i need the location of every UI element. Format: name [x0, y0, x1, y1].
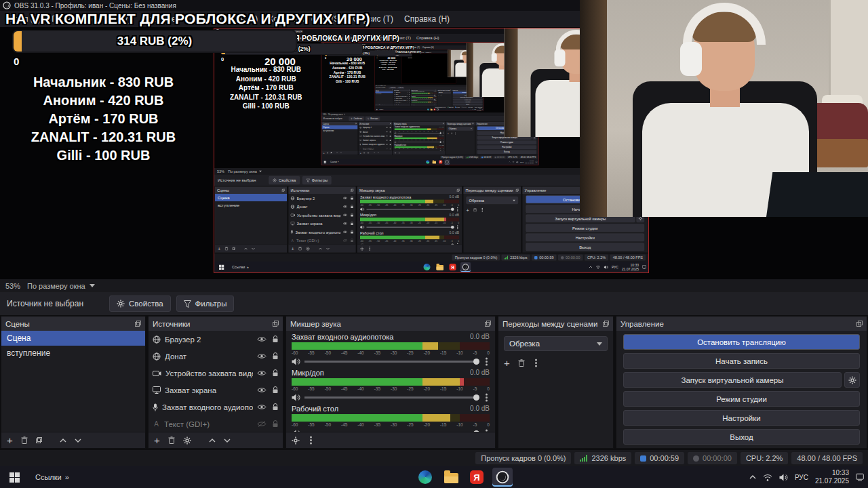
menu-item-tools[interactable]: Сервис (Т) [408, 46, 421, 49]
lock-icon[interactable] [272, 403, 279, 411]
explorer-app-button[interactable] [432, 160, 437, 165]
links-toolbar[interactable]: Ссылки » [380, 109, 384, 110]
popout-icon[interactable] [485, 321, 491, 327]
filters-button[interactable]: Фильтры [397, 87, 404, 89]
move-source-up-button[interactable] [209, 439, 216, 443]
popout-icon[interactable] [355, 123, 357, 124]
speaker-icon[interactable] [360, 207, 365, 211]
eye-off-icon[interactable] [386, 148, 389, 149]
speaker-icon[interactable] [779, 474, 788, 481]
yandex-app-button[interactable]: Я [467, 468, 487, 487]
advanced-audio-icon[interactable] [395, 152, 397, 154]
lock-icon[interactable] [409, 102, 410, 103]
zoom-level[interactable]: 53% [217, 169, 224, 174]
lock-icon[interactable] [409, 94, 410, 95]
add-scene-button[interactable]: + [376, 104, 376, 106]
source-item[interactable]: Устройство захвата видео [289, 211, 356, 220]
menu-item-file[interactable]: Файл (F) [3, 14, 46, 24]
eye-icon[interactable] [407, 98, 408, 99]
lock-icon[interactable] [351, 230, 354, 235]
channel-menu-icon[interactable] [457, 209, 458, 210]
eye-icon[interactable] [407, 92, 408, 93]
settings-button[interactable]: Настройки [526, 234, 645, 242]
move-scene-up-button[interactable] [244, 247, 248, 249]
add-source-button[interactable]: + [360, 152, 361, 155]
remove-scene-button[interactable] [21, 436, 28, 444]
menu-item-scene-collection[interactable]: Коллекция сцен (S) [263, 14, 347, 24]
remove-scene-button[interactable] [378, 104, 378, 105]
obs-app-button[interactable] [492, 468, 513, 487]
channel-menu-icon[interactable] [443, 142, 443, 142]
menu-item-profile[interactable]: Профиль (P) [372, 46, 387, 49]
add-source-button[interactable]: + [154, 435, 160, 445]
lock-icon[interactable] [351, 205, 354, 209]
eye-icon[interactable] [386, 140, 389, 141]
source-properties-button[interactable] [306, 247, 310, 251]
zoom-fit-select[interactable]: По размеру окна [27, 282, 95, 290]
mixer-menu-icon[interactable] [310, 439, 312, 441]
scene-item[interactable]: Сцена [1, 331, 145, 346]
menu-item-view[interactable]: Вид (V) [346, 46, 355, 49]
menu-item-view[interactable]: Вид (V) [263, 36, 283, 41]
remove-source-button[interactable] [396, 104, 397, 105]
action-center-icon[interactable] [482, 109, 484, 110]
properties-button[interactable]: Свойства [269, 176, 300, 184]
move-source-down-button[interactable] [403, 104, 403, 105]
studio-mode-button[interactable]: Режим студии [453, 99, 483, 101]
speaker-icon[interactable] [292, 358, 300, 365]
exit-button[interactable]: Выход [526, 243, 645, 251]
volume-slider[interactable] [304, 361, 479, 363]
transition-select[interactable]: Обрезка [467, 197, 519, 204]
menu-item-docks[interactable]: Док-панели (D) [136, 14, 204, 24]
move-scene-down-button[interactable] [252, 247, 255, 249]
tray-expand-icon[interactable] [589, 266, 592, 268]
remove-scene-button[interactable] [224, 247, 228, 251]
properties-button[interactable]: Свойства [389, 87, 396, 89]
advanced-audio-icon[interactable] [412, 104, 413, 106]
lock-icon[interactable] [272, 420, 279, 428]
volume-slider[interactable] [367, 209, 454, 210]
eye-icon[interactable] [257, 353, 267, 359]
channel-menu-icon[interactable] [486, 361, 488, 363]
popout-icon[interactable] [351, 189, 354, 192]
lock-icon[interactable] [389, 131, 391, 133]
scene-filters-button[interactable] [330, 152, 332, 153]
transition-menu-icon[interactable] [535, 362, 537, 364]
lock-icon[interactable] [389, 144, 391, 146]
transition-menu-icon[interactable] [455, 134, 456, 134]
source-item[interactable]: Захват входного аудиопот [289, 228, 356, 237]
virtual-camera-button[interactable]: Запуск виртуальной камеры [623, 372, 842, 388]
popout-icon[interactable] [135, 321, 141, 327]
move-scene-up-button[interactable] [382, 104, 383, 105]
lock-icon[interactable] [351, 239, 354, 243]
menu-item-scene-collection[interactable]: Коллекция сцен (S) [346, 36, 388, 41]
lock-icon[interactable] [409, 98, 410, 99]
action-center-icon[interactable] [856, 473, 864, 481]
scene-item[interactable]: вступление [215, 201, 287, 209]
eye-icon[interactable] [407, 96, 408, 97]
lock-icon[interactable] [409, 100, 410, 101]
edge-app-button[interactable] [415, 468, 435, 487]
action-center-icon[interactable] [642, 265, 646, 269]
virtual-camera-config-button[interactable] [844, 372, 860, 388]
add-source-button[interactable]: + [292, 246, 294, 251]
lock-icon[interactable] [272, 336, 279, 343]
zoom-level[interactable]: 53% [5, 282, 20, 290]
add-transition-button[interactable]: + [448, 132, 449, 135]
speaker-icon[interactable] [395, 132, 397, 134]
scene-item[interactable]: вступление [375, 93, 393, 95]
start-recording-button[interactable]: Начать запись [623, 353, 860, 369]
channel-menu-icon[interactable] [457, 227, 458, 228]
move-scene-down-button[interactable] [340, 152, 342, 154]
keyboard-language[interactable]: РУС [520, 161, 524, 163]
exit-button[interactable]: Выход [477, 150, 536, 154]
taskbar-clock[interactable]: 10:33 21.07.2025 [622, 263, 639, 272]
lock-icon[interactable] [389, 148, 391, 150]
remove-transition-button[interactable] [451, 133, 453, 135]
obs-app-button[interactable] [460, 262, 471, 272]
links-expand-icon[interactable]: » [65, 473, 69, 481]
menu-item-file[interactable]: Файл (F) [216, 36, 237, 41]
scene-item[interactable]: вступление [1, 346, 145, 361]
explorer-app-button[interactable] [430, 108, 433, 111]
add-source-button[interactable]: + [394, 104, 395, 106]
